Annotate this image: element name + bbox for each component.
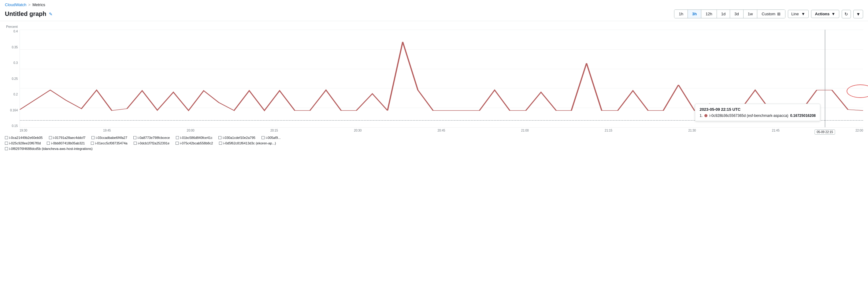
tooltip-dot-1 (704, 114, 707, 117)
time-range-group: 1h 3h 12h 1d 3d 1w Custom ⊞ (674, 9, 785, 18)
legend-label: i-025c928ee20f67f0d (9, 141, 41, 145)
x-tick-2130: 21:30 (688, 129, 696, 132)
x-tick-2115: 21:15 (604, 129, 612, 132)
time-btn-1d[interactable]: 1d (717, 10, 730, 18)
y-tick-0.25: 0.25 (12, 77, 18, 81)
legend-check-icon (261, 136, 265, 139)
legend-check-icon (91, 142, 94, 145)
time-btn-12h[interactable]: 12h (701, 10, 717, 18)
list-item: i-0d5f62c81f6413d3c (ekoren-ap...) (219, 141, 276, 145)
list-item: i-0ca21449b2e60eb05 (5, 136, 43, 140)
legend-area: i-0ca21449b2e60eb05 i-01791a28aec4ddcf7 … (5, 133, 863, 151)
page-header: Untitled graph ✎ 1h 3h 12h 1d 3d 1w Cust… (0, 8, 868, 21)
breadcrumb-current: Metrics (32, 2, 45, 7)
x-tick-2100: 21:00 (521, 129, 529, 132)
time-btn-custom[interactable]: Custom ⊞ (757, 10, 785, 18)
legend-check-icon (91, 136, 94, 139)
legend-label: i-0dcb1f7f2a252391e (138, 141, 169, 145)
legend-check-icon (49, 136, 52, 139)
legend-label: i-075c42bcab558b8c2 (180, 141, 213, 145)
time-btn-3h[interactable]: 3h (688, 10, 701, 18)
legend-label: i-01bc586d840fce41c (180, 136, 212, 140)
chart-plot: 05-09 22:15 2023-05-09 22:15 UTC 1. i-0c… (20, 30, 863, 127)
tooltip-metric-value: 0.16725016208 (790, 114, 816, 118)
list-item: i-0f82976f4688dcd5b (tdancheva-aws-host-… (5, 147, 93, 151)
chart-type-label: Line (791, 11, 799, 16)
list-item: i-030a1cdef10e2a795 (218, 136, 255, 140)
x-tick-1945: 19:45 (103, 129, 111, 132)
y-tick-0.2: 0.2 (13, 93, 18, 96)
x-tick-2045: 20:45 (437, 129, 445, 132)
legend-check-icon (218, 136, 221, 139)
legend-label: i-0bb807418b05ab321 (51, 141, 85, 145)
list-item: i-0dcb1f7f2a252391e (134, 141, 169, 145)
actions-label: Actions (815, 11, 830, 16)
tooltip-time: 2023-05-09 22:15 UTC (700, 107, 816, 112)
toolbar: 1h 3h 12h 1d 3d 1w Custom ⊞ Line ▼ Actio… (674, 9, 863, 18)
refresh-button[interactable]: ↻ (842, 10, 851, 18)
y-tick-0.35: 0.35 (12, 46, 18, 49)
legend-check-icon (219, 142, 222, 145)
refresh-icon: ↻ (844, 11, 848, 17)
legend-label: i-0ca21449b2e60eb05 (9, 136, 43, 140)
list-item: i-0a8773e798fcbcece (133, 136, 170, 140)
y-axis: 0.4 0.35 0.3 0.25 0.2 0.164 0.15 (5, 30, 20, 127)
page-title-row: Untitled graph ✎ (5, 10, 53, 18)
calendar-icon: ⊞ (777, 12, 781, 16)
list-item: i-01ecc5cf08735474a (91, 141, 127, 145)
legend-label: i-0a8773e798fcbcece (137, 136, 170, 140)
chart-type-selector[interactable]: Line ▼ (788, 10, 808, 18)
list-item: i-075c42bcab558b8c2 (176, 141, 213, 145)
legend-label: i-03ccadbabe6f4fa27 (96, 136, 127, 140)
x-tick-2015: 20:15 (270, 129, 278, 132)
legend-check-icon (47, 142, 50, 145)
list-item: i-01791a28aec4ddcf7 (49, 136, 86, 140)
time-btn-3d[interactable]: 3d (730, 10, 743, 18)
breadcrumb-cloudwatch-link[interactable]: CloudWatch (5, 2, 26, 7)
y-tick-0.15: 0.15 (12, 124, 18, 127)
breadcrumb: CloudWatch > Metrics (0, 0, 868, 8)
list-item: i-0bb807418b05ab321 (47, 141, 85, 145)
time-btn-1h[interactable]: 1h (674, 10, 687, 18)
legend-label: i-0d5f62c81f6413d3c (ekoren-ap...) (223, 141, 276, 145)
legend-check-icon (5, 147, 8, 150)
legend-label: i-0f82976f4688dcd5b (tdancheva-aws-host-… (9, 147, 93, 151)
legend-check-icon (176, 142, 179, 145)
legend-label: i-030a1cdef10e2a795 (223, 136, 255, 140)
tooltip-row-number: 1. (700, 114, 703, 118)
y-tick-0.4: 0.4 (13, 30, 18, 33)
x-axis: 19:30 19:45 20:00 20:15 20:30 20:45 21:0… (5, 127, 863, 133)
legend-check-icon (5, 142, 8, 145)
list-item: i-025c928ee20f67f0d (5, 141, 41, 145)
legend-check-icon (134, 142, 137, 145)
actions-chevron: ▼ (831, 11, 835, 16)
tooltip: 2023-05-09 22:15 UTC 1. i-0c928b36c55673… (695, 104, 820, 121)
chart-container: Percent 0.4 0.35 0.3 0.25 0.2 0.164 0.15 (0, 21, 868, 151)
x-tick-2030: 20:30 (354, 129, 362, 132)
chart-area: 0.4 0.35 0.3 0.25 0.2 0.164 0.15 (5, 30, 863, 127)
time-btn-1w[interactable]: 1w (744, 10, 757, 18)
tooltip-row-1: 1. i-0c928b36c5567365d (esf-benchmark-as… (700, 114, 816, 118)
tooltip-metric-label: i-0c928b36c5567365d (esf-benchmark-aspac… (709, 114, 788, 118)
chart-type-chevron: ▼ (801, 11, 805, 16)
x-tick-2200: 22:00 (856, 129, 863, 132)
more-chevron-icon: ▼ (856, 11, 860, 17)
list-item: i-03ccadbabe6f4fa27 (91, 136, 127, 140)
actions-button[interactable]: Actions ▼ (811, 10, 840, 18)
x-tick-2145: 21:45 (772, 129, 780, 132)
legend-check-icon (5, 136, 8, 139)
x-tick-2000: 20:00 (187, 129, 194, 132)
edit-title-icon[interactable]: ✎ (49, 11, 53, 17)
legend-label: i-005af9... (266, 136, 281, 140)
legend-check-icon (176, 136, 179, 139)
breadcrumb-separator: > (28, 2, 31, 7)
legend-label: i-01791a28aec4ddcf7 (53, 136, 86, 140)
legend-check-icon (133, 136, 136, 139)
list-item: i-01bc586d840fce41c (176, 136, 212, 140)
y-tick-0.164: 0.164 (10, 109, 18, 112)
page-title: Untitled graph (5, 10, 46, 18)
more-options-button[interactable]: ▼ (853, 10, 863, 18)
list-item: i-005af9... (261, 136, 281, 140)
legend-label: i-01ecc5cf08735474a (95, 141, 127, 145)
y-tick-0.3: 0.3 (13, 61, 18, 65)
